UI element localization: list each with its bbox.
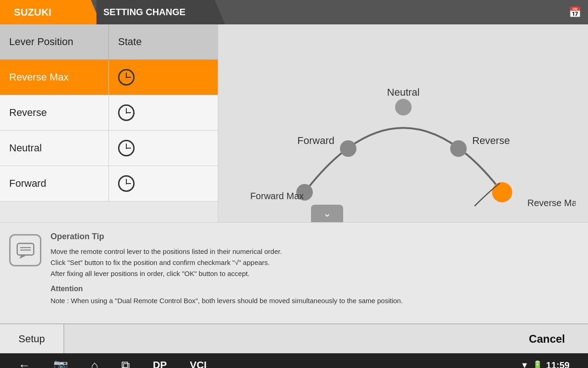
node-reverse bbox=[450, 140, 467, 157]
attention-body: Note : When using a "Dual Remote Control… bbox=[51, 296, 579, 306]
op-tip-title: Operation Tip bbox=[51, 232, 579, 242]
svg-text:Reverse: Reverse bbox=[472, 135, 510, 146]
row-state-reverse bbox=[109, 104, 218, 121]
wifi-icon: ▼ bbox=[520, 361, 529, 368]
svg-text:Neutral: Neutral bbox=[387, 86, 419, 98]
col-state: State bbox=[109, 24, 218, 59]
svg-text:Forward Max: Forward Max bbox=[250, 191, 304, 201]
clock-time: 11:59 bbox=[546, 360, 570, 368]
clock-icon bbox=[118, 175, 135, 192]
row-state-forward bbox=[109, 175, 218, 192]
col-lever-label: Lever Position bbox=[9, 36, 73, 48]
system-icons: ← 📷 ⌂ ⧉ DP VCI bbox=[18, 358, 207, 368]
system-bar: ← 📷 ⌂ ⧉ DP VCI ▼ 🔋 11:59 bbox=[0, 353, 588, 368]
col-lever-position: Lever Position bbox=[0, 24, 109, 59]
lever-label: Reverse Max bbox=[9, 71, 69, 83]
vci-icon[interactable]: VCI bbox=[190, 359, 207, 368]
row-state-reverse-max bbox=[109, 69, 218, 86]
attention-title: Attention bbox=[51, 285, 579, 293]
row-state-neutral bbox=[109, 140, 218, 156]
chevron-down-icon: ⌄ bbox=[323, 208, 331, 218]
node-reverse-max bbox=[492, 182, 512, 202]
brand-text: SUZUKI bbox=[14, 6, 51, 18]
table-row[interactable]: Reverse Max bbox=[0, 60, 218, 95]
node-neutral bbox=[395, 99, 412, 115]
page-title-text: SETTING CHANGE bbox=[103, 7, 186, 17]
brand-logo: SUZUKI bbox=[0, 0, 101, 24]
row-lever-reverse-max: Reverse Max bbox=[0, 60, 109, 95]
message-svg bbox=[15, 240, 36, 261]
copy-icon[interactable]: ⧉ bbox=[121, 358, 130, 368]
row-lever-reverse: Reverse bbox=[0, 95, 109, 130]
svg-text:Reverse Max: Reverse Max bbox=[527, 198, 576, 208]
op-tip-line-1: Move the remote control lever to the pos… bbox=[51, 247, 282, 277]
lever-diagram: Neutral Forward Reverse Forward Max Reve… bbox=[218, 24, 588, 222]
table-row[interactable]: Neutral bbox=[0, 131, 218, 166]
footer-buttons: Setup Cancel bbox=[0, 323, 588, 353]
calendar-icon[interactable]: 📅 bbox=[569, 6, 581, 18]
setup-label: Setup bbox=[18, 333, 45, 345]
table-header: Lever Position State bbox=[0, 24, 218, 60]
lever-label: Reverse bbox=[9, 107, 47, 119]
lever-label: Forward bbox=[9, 178, 46, 190]
clock-icon bbox=[118, 69, 135, 86]
status-area: ▼ 🔋 11:59 bbox=[520, 360, 570, 368]
op-tip-body: Move the remote control lever to the pos… bbox=[51, 246, 579, 279]
camera-icon[interactable]: 📷 bbox=[53, 358, 68, 368]
lever-table: Lever Position State Reverse Max Reverse bbox=[0, 24, 218, 222]
table-row[interactable]: Reverse bbox=[0, 95, 218, 131]
row-lever-neutral: Neutral bbox=[0, 131, 109, 166]
main-content: Lever Position State Reverse Max Reverse bbox=[0, 24, 588, 222]
node-forward bbox=[340, 140, 356, 157]
header: SUZUKI SETTING CHANGE 📅 bbox=[0, 0, 588, 24]
clock-icon bbox=[118, 140, 135, 156]
page-title: SETTING CHANGE bbox=[96, 0, 225, 24]
info-text-block: Operation Tip Move the remote control le… bbox=[51, 232, 579, 316]
table-row[interactable]: Forward bbox=[0, 166, 218, 201]
clock-icon bbox=[118, 104, 135, 121]
scroll-down-button[interactable]: ⌄ bbox=[311, 205, 343, 222]
cancel-button[interactable]: Cancel bbox=[64, 324, 588, 353]
lever-label: Neutral bbox=[9, 142, 42, 154]
info-area: Operation Tip Move the remote control le… bbox=[0, 222, 588, 323]
back-icon[interactable]: ← bbox=[18, 358, 30, 368]
diagram-svg: Neutral Forward Reverse Forward Max Reve… bbox=[231, 36, 576, 211]
battery-icon: 🔋 bbox=[532, 360, 543, 368]
message-icon bbox=[9, 234, 41, 266]
svg-text:Forward: Forward bbox=[297, 135, 334, 146]
dp-icon[interactable]: DP bbox=[153, 359, 167, 368]
setup-button[interactable]: Setup bbox=[0, 324, 64, 353]
svg-rect-5 bbox=[17, 243, 34, 255]
cancel-label: Cancel bbox=[529, 333, 565, 345]
col-state-label: State bbox=[118, 36, 141, 48]
home-icon[interactable]: ⌂ bbox=[91, 358, 98, 368]
row-lever-forward: Forward bbox=[0, 166, 109, 201]
